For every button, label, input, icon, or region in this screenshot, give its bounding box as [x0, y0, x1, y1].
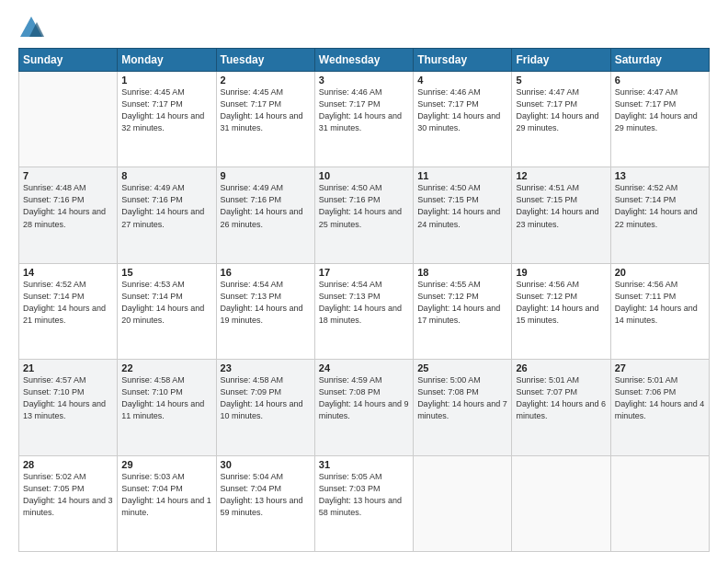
week-row-1: 1Sunrise: 4:45 AMSunset: 7:17 PMDaylight… — [19, 72, 710, 167]
day-number: 12 — [516, 170, 606, 181]
calendar-cell — [610, 455, 709, 551]
calendar-cell: 13Sunrise: 4:52 AMSunset: 7:14 PMDayligh… — [610, 167, 709, 263]
day-info: Sunrise: 4:51 AMSunset: 7:15 PMDaylight:… — [516, 182, 606, 230]
day-number: 23 — [221, 362, 311, 373]
day-number: 17 — [319, 267, 409, 278]
day-number: 9 — [221, 170, 311, 181]
week-row-3: 14Sunrise: 4:52 AMSunset: 7:14 PMDayligh… — [19, 263, 710, 359]
calendar-cell: 8Sunrise: 4:49 AMSunset: 7:16 PMDaylight… — [118, 167, 216, 263]
day-number: 29 — [121, 459, 211, 470]
header — [18, 15, 710, 40]
day-info: Sunrise: 4:52 AMSunset: 7:14 PMDaylight:… — [615, 182, 705, 230]
calendar-cell: 22Sunrise: 4:58 AMSunset: 7:10 PMDayligh… — [118, 360, 216, 455]
calendar-cell: 1Sunrise: 4:45 AMSunset: 7:17 PMDaylight… — [118, 72, 216, 167]
calendar-table: SundayMondayTuesdayWednesdayThursdayFrid… — [18, 48, 710, 552]
day-number: 8 — [121, 170, 211, 181]
calendar-cell: 31Sunrise: 5:05 AMSunset: 7:03 PMDayligh… — [314, 455, 413, 551]
calendar-cell: 26Sunrise: 5:01 AMSunset: 7:07 PMDayligh… — [512, 360, 610, 455]
day-info: Sunrise: 4:45 AMSunset: 7:17 PMDaylight:… — [221, 86, 311, 134]
day-info: Sunrise: 4:56 AMSunset: 7:11 PMDaylight:… — [615, 279, 705, 327]
day-info: Sunrise: 5:03 AMSunset: 7:04 PMDaylight:… — [121, 471, 211, 519]
calendar-cell: 15Sunrise: 4:53 AMSunset: 7:14 PMDayligh… — [118, 263, 216, 359]
day-info: Sunrise: 4:56 AMSunset: 7:12 PMDaylight:… — [516, 279, 606, 327]
day-number: 16 — [221, 267, 311, 278]
week-row-5: 28Sunrise: 5:02 AMSunset: 7:05 PMDayligh… — [19, 455, 710, 551]
calendar-cell — [512, 455, 610, 551]
day-number: 27 — [615, 362, 705, 373]
weekday-header-saturday: Saturday — [610, 49, 709, 72]
day-info: Sunrise: 5:00 AMSunset: 7:08 PMDaylight:… — [417, 374, 507, 422]
day-info: Sunrise: 5:01 AMSunset: 7:06 PMDaylight:… — [615, 374, 705, 422]
day-number: 28 — [23, 459, 113, 470]
calendar-cell: 19Sunrise: 4:56 AMSunset: 7:12 PMDayligh… — [512, 263, 610, 359]
day-number: 18 — [417, 267, 507, 278]
calendar-cell: 6Sunrise: 4:47 AMSunset: 7:17 PMDaylight… — [610, 72, 709, 167]
day-number: 3 — [319, 75, 409, 86]
day-info: Sunrise: 4:52 AMSunset: 7:14 PMDaylight:… — [23, 279, 113, 327]
day-info: Sunrise: 4:58 AMSunset: 7:10 PMDaylight:… — [121, 374, 211, 422]
day-info: Sunrise: 5:04 AMSunset: 7:04 PMDaylight:… — [221, 471, 311, 519]
calendar-cell: 20Sunrise: 4:56 AMSunset: 7:11 PMDayligh… — [610, 263, 709, 359]
logo-icon — [18, 15, 44, 40]
calendar-cell: 28Sunrise: 5:02 AMSunset: 7:05 PMDayligh… — [19, 455, 118, 551]
day-info: Sunrise: 4:49 AMSunset: 7:16 PMDaylight:… — [221, 182, 311, 230]
day-number: 30 — [221, 459, 311, 470]
weekday-header-thursday: Thursday — [414, 49, 512, 72]
day-info: Sunrise: 4:54 AMSunset: 7:13 PMDaylight:… — [319, 279, 409, 327]
calendar-cell — [414, 455, 512, 551]
day-info: Sunrise: 5:02 AMSunset: 7:05 PMDaylight:… — [23, 471, 113, 519]
calendar-cell: 4Sunrise: 4:46 AMSunset: 7:17 PMDaylight… — [414, 72, 512, 167]
day-info: Sunrise: 4:50 AMSunset: 7:15 PMDaylight:… — [417, 182, 507, 230]
calendar-cell: 14Sunrise: 4:52 AMSunset: 7:14 PMDayligh… — [19, 263, 118, 359]
calendar-cell: 2Sunrise: 4:45 AMSunset: 7:17 PMDaylight… — [216, 72, 314, 167]
calendar-cell: 7Sunrise: 4:48 AMSunset: 7:16 PMDaylight… — [19, 167, 118, 263]
calendar-cell: 25Sunrise: 5:00 AMSunset: 7:08 PMDayligh… — [414, 360, 512, 455]
day-number: 25 — [417, 362, 507, 373]
week-row-4: 21Sunrise: 4:57 AMSunset: 7:10 PMDayligh… — [19, 360, 710, 455]
day-number: 13 — [615, 170, 705, 181]
day-number: 2 — [221, 75, 311, 86]
day-info: Sunrise: 4:57 AMSunset: 7:10 PMDaylight:… — [23, 374, 113, 422]
calendar-cell: 11Sunrise: 4:50 AMSunset: 7:15 PMDayligh… — [414, 167, 512, 263]
weekday-header-wednesday: Wednesday — [314, 49, 413, 72]
day-info: Sunrise: 4:46 AMSunset: 7:17 PMDaylight:… — [417, 86, 507, 134]
calendar-cell: 9Sunrise: 4:49 AMSunset: 7:16 PMDaylight… — [216, 167, 314, 263]
day-number: 6 — [615, 75, 705, 86]
weekday-header-friday: Friday — [512, 49, 610, 72]
calendar-cell: 24Sunrise: 4:59 AMSunset: 7:08 PMDayligh… — [314, 360, 413, 455]
day-number: 4 — [417, 75, 507, 86]
logo — [18, 15, 46, 40]
day-info: Sunrise: 4:50 AMSunset: 7:16 PMDaylight:… — [319, 182, 409, 230]
day-info: Sunrise: 4:58 AMSunset: 7:09 PMDaylight:… — [221, 374, 311, 422]
day-number: 21 — [23, 362, 113, 373]
calendar-page: SundayMondayTuesdayWednesdayThursdayFrid… — [0, 0, 728, 563]
day-info: Sunrise: 4:48 AMSunset: 7:16 PMDaylight:… — [23, 182, 113, 230]
day-number: 7 — [23, 170, 113, 181]
day-number: 24 — [319, 362, 409, 373]
day-number: 19 — [516, 267, 606, 278]
calendar-cell: 23Sunrise: 4:58 AMSunset: 7:09 PMDayligh… — [216, 360, 314, 455]
day-number: 10 — [319, 170, 409, 181]
day-number: 11 — [417, 170, 507, 181]
day-number: 20 — [615, 267, 705, 278]
day-info: Sunrise: 4:49 AMSunset: 7:16 PMDaylight:… — [121, 182, 211, 230]
day-number: 31 — [319, 459, 409, 470]
weekday-header-monday: Monday — [118, 49, 216, 72]
day-info: Sunrise: 4:54 AMSunset: 7:13 PMDaylight:… — [221, 279, 311, 327]
day-info: Sunrise: 4:47 AMSunset: 7:17 PMDaylight:… — [516, 86, 606, 134]
calendar-cell: 18Sunrise: 4:55 AMSunset: 7:12 PMDayligh… — [414, 263, 512, 359]
day-number: 14 — [23, 267, 113, 278]
calendar-cell: 3Sunrise: 4:46 AMSunset: 7:17 PMDaylight… — [314, 72, 413, 167]
calendar-cell: 21Sunrise: 4:57 AMSunset: 7:10 PMDayligh… — [19, 360, 118, 455]
weekday-header-tuesday: Tuesday — [216, 49, 314, 72]
weekday-header-row: SundayMondayTuesdayWednesdayThursdayFrid… — [19, 49, 710, 72]
calendar-cell: 29Sunrise: 5:03 AMSunset: 7:04 PMDayligh… — [118, 455, 216, 551]
calendar-cell: 5Sunrise: 4:47 AMSunset: 7:17 PMDaylight… — [512, 72, 610, 167]
day-info: Sunrise: 4:59 AMSunset: 7:08 PMDaylight:… — [319, 374, 409, 422]
calendar-cell: 12Sunrise: 4:51 AMSunset: 7:15 PMDayligh… — [512, 167, 610, 263]
day-info: Sunrise: 4:55 AMSunset: 7:12 PMDaylight:… — [417, 279, 507, 327]
calendar-cell: 17Sunrise: 4:54 AMSunset: 7:13 PMDayligh… — [314, 263, 413, 359]
day-number: 1 — [121, 75, 211, 86]
calendar-cell: 16Sunrise: 4:54 AMSunset: 7:13 PMDayligh… — [216, 263, 314, 359]
weekday-header-sunday: Sunday — [19, 49, 118, 72]
